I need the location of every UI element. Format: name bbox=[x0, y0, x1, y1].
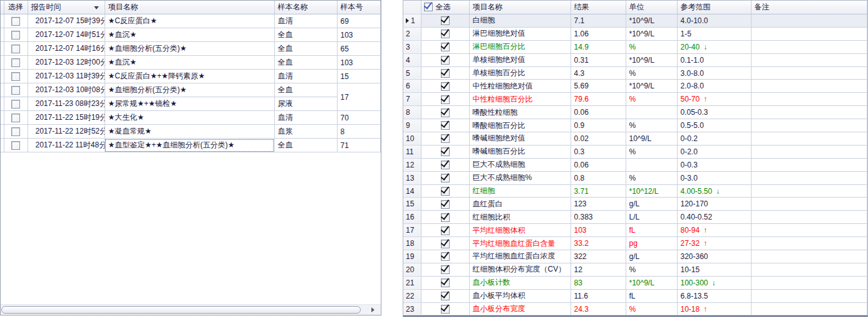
report-time-cell[interactable]: 2017-12-07 14时16分 bbox=[28, 42, 105, 56]
row-checkbox[interactable] bbox=[441, 213, 450, 222]
row-checkbox[interactable] bbox=[441, 240, 450, 248]
reference-range-cell[interactable]: 0-2.0 bbox=[677, 145, 751, 158]
check-cell[interactable] bbox=[421, 80, 469, 93]
remark-cell[interactable] bbox=[751, 171, 867, 184]
result-cell[interactable]: 3.71 bbox=[571, 184, 626, 198]
item-name-cell[interactable]: ★凝血常规★ bbox=[105, 125, 274, 139]
report-time-cell[interactable]: 2017-11-22 12时52分 bbox=[28, 125, 105, 139]
remark-cell[interactable] bbox=[751, 106, 867, 119]
row-select-checkbox[interactable] bbox=[11, 100, 20, 109]
select-cell[interactable] bbox=[4, 139, 28, 152]
unit-cell[interactable]: % bbox=[626, 145, 677, 158]
report-row[interactable]: 2017-12-03 11时39分★C反应蛋白★+★降钙素原★血清15 bbox=[1, 70, 381, 83]
sample-no-cell[interactable]: 70 bbox=[337, 111, 381, 125]
item-name-cell[interactable]: 巨大不成熟细胞 bbox=[469, 158, 571, 171]
sample-name-cell[interactable]: 尿液 bbox=[274, 97, 337, 111]
item-name-cell[interactable]: ★尿常规★+★镜检★ bbox=[105, 97, 274, 111]
sample-name-cell[interactable]: 血浆 bbox=[274, 125, 337, 139]
result-row[interactable]: 22血小板平均体积11.6fL6.8-13.5 bbox=[403, 289, 867, 302]
item-name-cell[interactable]: 嗜碱细胞绝对值 bbox=[469, 132, 571, 146]
row-checkbox[interactable] bbox=[441, 292, 450, 300]
remark-cell[interactable] bbox=[751, 263, 867, 276]
row-number-cell[interactable]: 4 bbox=[403, 53, 421, 66]
remark-cell[interactable] bbox=[751, 119, 867, 132]
row-checkbox[interactable] bbox=[441, 56, 450, 65]
item-name-cell[interactable]: ★大生化★ bbox=[105, 111, 274, 125]
result-row[interactable]: 4单核细胞绝对值0.31*10^9/L0.1-1.0 bbox=[403, 53, 867, 66]
result-row[interactable]: 13巨大不成熟细胞%0.8%0-3.0 bbox=[403, 171, 867, 184]
col-header-sample-name[interactable]: 样本名称 bbox=[274, 1, 337, 14]
item-name-cell[interactable]: 血小板平均体积 bbox=[469, 289, 571, 302]
row-checkbox[interactable] bbox=[441, 82, 450, 91]
reference-range-cell[interactable]: 0.1-1.0 bbox=[677, 53, 751, 66]
result-row[interactable]: 18平均红细胞血红蛋白含量33.2pg27-32↑ bbox=[403, 237, 867, 250]
report-time-cell[interactable]: 2017-12-07 14时51分 bbox=[28, 28, 105, 42]
row-checkbox[interactable] bbox=[441, 134, 450, 143]
result-row[interactable]: 15血红蛋白123g/L120-170 bbox=[403, 198, 867, 211]
row-number-cell[interactable]: 14 bbox=[403, 184, 421, 198]
row-number-cell[interactable]: 23 bbox=[403, 302, 421, 315]
result-cell[interactable]: 11.6 bbox=[571, 289, 626, 302]
report-row[interactable]: 2017-11-22 11时48分★血型鉴定★+★血细胞分析(五分类)★全血71 bbox=[1, 139, 381, 152]
result-row[interactable]: 8嗜酸性粒细胞0.060.05-0.3 bbox=[403, 106, 867, 119]
check-cell[interactable] bbox=[421, 145, 469, 158]
select-cell[interactable] bbox=[4, 111, 28, 125]
item-name-cell[interactable]: 平均红细胞血红蛋白浓度 bbox=[469, 250, 571, 263]
select-cell[interactable] bbox=[4, 14, 28, 28]
remark-cell[interactable] bbox=[751, 158, 867, 171]
sample-name-cell[interactable]: 全血 bbox=[274, 139, 337, 152]
unit-cell[interactable]: pg bbox=[626, 237, 677, 250]
sort-descending-icon[interactable] bbox=[94, 6, 99, 9]
remark-cell[interactable] bbox=[751, 302, 867, 315]
remark-cell[interactable] bbox=[751, 40, 867, 53]
row-number-cell[interactable]: 20 bbox=[403, 263, 421, 276]
select-cell[interactable] bbox=[4, 28, 28, 42]
result-cell[interactable]: 123 bbox=[571, 198, 626, 211]
check-cell[interactable] bbox=[421, 27, 469, 40]
remark-cell[interactable] bbox=[751, 27, 867, 40]
result-row[interactable]: 19平均红细胞血红蛋白浓度322g/L320-360 bbox=[403, 250, 867, 263]
result-cell[interactable]: 5.69 bbox=[571, 80, 626, 93]
row-checkbox[interactable] bbox=[441, 69, 450, 78]
row-number-cell[interactable]: 7 bbox=[403, 93, 421, 106]
report-time-cell[interactable]: 2017-12-07 15时39分 bbox=[28, 14, 105, 28]
result-cell[interactable]: 0.02 bbox=[571, 132, 626, 146]
reference-range-cell[interactable]: 0-0.3 bbox=[677, 158, 751, 171]
check-cell[interactable] bbox=[421, 158, 469, 171]
sample-no-cell[interactable]: 71 bbox=[337, 139, 381, 152]
row-select-checkbox[interactable] bbox=[11, 72, 20, 81]
check-cell[interactable] bbox=[421, 276, 469, 289]
unit-cell[interactable]: fL bbox=[626, 289, 677, 302]
item-name-cell[interactable]: 血小板计数 bbox=[469, 276, 571, 289]
item-name-cell[interactable]: ★血型鉴定★+★血细胞分析(五分类)★ bbox=[105, 139, 274, 152]
remark-cell[interactable] bbox=[751, 198, 867, 211]
check-cell[interactable] bbox=[421, 184, 469, 198]
reference-range-cell[interactable]: 100-300↓ bbox=[677, 276, 751, 289]
report-time-cell[interactable]: 2017-12-03 11时39分 bbox=[28, 70, 105, 83]
sample-no-cell[interactable]: 69 bbox=[337, 14, 381, 28]
select-cell[interactable] bbox=[4, 125, 28, 139]
result-row[interactable]: 9嗜酸细胞百分比0.9%0.5-5.0 bbox=[403, 119, 867, 132]
row-select-checkbox[interactable] bbox=[11, 86, 20, 95]
reference-range-cell[interactable]: 3.0-8.0 bbox=[677, 66, 751, 80]
sample-no-cell[interactable]: 103 bbox=[337, 28, 381, 42]
reference-range-cell[interactable]: 0.40-0.52 bbox=[677, 211, 751, 224]
check-cell[interactable] bbox=[421, 198, 469, 211]
item-name-cell[interactable]: 单核细胞百分比 bbox=[469, 66, 571, 80]
result-row[interactable]: 23血小板分布宽度24.3%10-18↑ bbox=[403, 302, 867, 315]
row-checkbox[interactable] bbox=[441, 29, 450, 38]
row-number-cell[interactable]: 10 bbox=[403, 132, 421, 146]
scrollbar-thumb[interactable] bbox=[1, 306, 361, 314]
report-time-cell[interactable]: 2017-11-23 08时23分 bbox=[28, 97, 105, 111]
result-cell[interactable]: 322 bbox=[571, 250, 626, 263]
select-cell[interactable] bbox=[4, 42, 28, 56]
reference-range-cell[interactable]: 2.0-8.0 bbox=[677, 80, 751, 93]
row-select-checkbox[interactable] bbox=[11, 31, 20, 40]
col-header-unit[interactable]: 单位 bbox=[626, 1, 677, 14]
unit-cell[interactable]: % bbox=[626, 40, 677, 53]
unit-cell[interactable]: % bbox=[626, 302, 677, 315]
report-row[interactable]: 2017-12-03 10时08分★血细胞分析(五分类)★全血17 bbox=[1, 83, 381, 97]
check-cell[interactable] bbox=[421, 250, 469, 263]
unit-cell[interactable]: g/L bbox=[626, 250, 677, 263]
remark-cell[interactable] bbox=[751, 211, 867, 224]
